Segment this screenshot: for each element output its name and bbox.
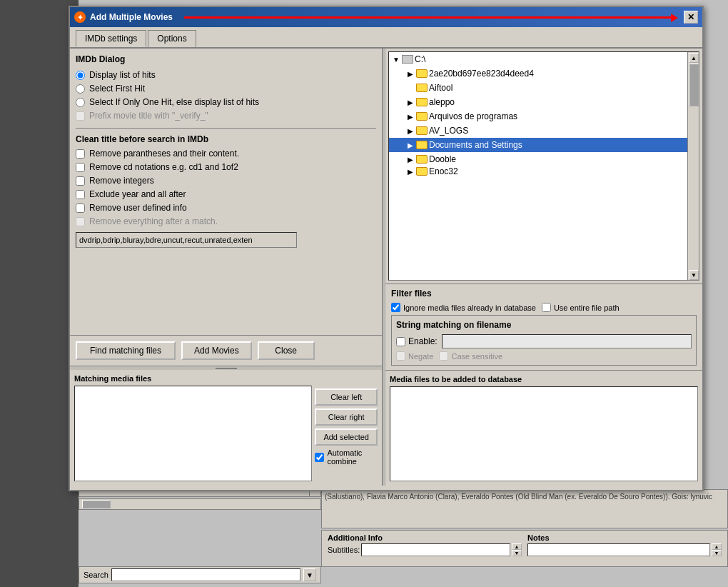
clear-right-button[interactable]: Clear right [315, 408, 378, 426]
dialog-close-button[interactable]: ✕ [684, 11, 698, 24]
cb-exclude-year-input[interactable] [76, 190, 85, 199]
item8-label: Enoc32 [429, 166, 458, 176]
fb-scroll-down[interactable]: ▼ [689, 270, 699, 280]
cb-remove-user-info-input[interactable] [76, 204, 85, 213]
cb-remove-integers[interactable]: Remove integers [76, 176, 376, 186]
search-dropdown[interactable]: ▼ [303, 568, 316, 581]
tree-item-3[interactable]: ▶ aleppo [389, 95, 699, 109]
notes-spin-down[interactable]: ▼ [712, 550, 722, 556]
cb-remove-user-info[interactable]: Remove user defined info [76, 203, 376, 213]
root-expand[interactable]: ▼ [392, 56, 400, 64]
tabs-bar: IMDb settings Options [70, 27, 702, 47]
dialog-titlebar: ✦ Add Multiple Movies ✕ [70, 7, 702, 27]
notes-field: Notes ▲ ▼ [527, 533, 722, 556]
notes-spinner[interactable]: ▲ ▼ [712, 543, 722, 556]
item6-label: Documents and Settings [429, 140, 522, 150]
notes-input-row: ▲ ▼ [527, 543, 722, 556]
enable-label[interactable]: Enable: [396, 336, 438, 346]
cb-exclude-year[interactable]: Exclude year and all after [76, 189, 376, 199]
folder-icon-2 [416, 84, 428, 92]
enable-text-input[interactable] [442, 334, 692, 348]
tree-item-2[interactable]: Aiftool [389, 81, 699, 95]
fb-scroll-up[interactable]: ▲ [689, 53, 699, 63]
tree-item-8[interactable]: ▶ Enoc32 [389, 166, 699, 176]
add-selected-button[interactable]: Add selected [315, 428, 378, 446]
item6-expand[interactable]: ▶ [406, 141, 415, 149]
ignore-media-text: Ignore media files already in database [403, 303, 536, 312]
item7-expand[interactable]: ▶ [406, 156, 415, 164]
file-browser[interactable]: ▼ C:\ ▶ 2ae20bd697ee823d4deed4 A [388, 51, 699, 281]
item1-expand[interactable]: ▶ [406, 70, 415, 78]
radio-select-first-input[interactable] [76, 84, 85, 94]
clear-left-button[interactable]: Clear left [315, 388, 378, 406]
subtitles-spin-down[interactable]: ▼ [512, 550, 522, 556]
subtitles-field: Additional Info Subtitles: ▲ ▼ [328, 533, 522, 556]
fb-scroll-thumb[interactable] [689, 64, 699, 106]
left-top-section: IMDb Dialog Display list of hits Select … [70, 49, 382, 335]
folder-icon-4 [416, 112, 428, 121]
subtitles-spinner[interactable]: ▲ ▼ [512, 543, 522, 556]
cb-remove-integers-input[interactable] [76, 176, 85, 186]
tab-imdb-settings[interactable]: IMDb settings [76, 30, 146, 47]
tree-item-7[interactable]: ▶ Dooble [389, 152, 699, 166]
item8-expand[interactable]: ▶ [406, 168, 415, 176]
use-entire-path-checkbox[interactable] [542, 303, 551, 312]
cb-remove-parens-label: Remove parantheses and their content. [89, 149, 239, 159]
cb-remove-cd[interactable]: Remove cd notations e.g. cd1 and 1of2 [76, 162, 376, 172]
tree-item-6-selected[interactable]: ▶ Documents and Settings [389, 138, 699, 152]
auto-combine-checkbox[interactable] [315, 453, 324, 462]
item3-expand[interactable]: ▶ [406, 99, 415, 106]
clean-title-title: Clean title before search in IMDb [76, 134, 376, 144]
cb-remove-parens-input[interactable] [76, 149, 85, 159]
notes-spin-up[interactable]: ▲ [712, 543, 722, 550]
radio-select-one-hit[interactable]: Select If Only One Hit, else display lis… [76, 97, 376, 107]
media-to-add-list [390, 386, 698, 481]
tree-root[interactable]: ▼ C:\ [389, 52, 699, 66]
media-to-add-title: Media files to be added to database [390, 375, 698, 383]
hscroll-thumb[interactable] [82, 500, 111, 508]
tree-item-4[interactable]: ▶ Arquivos de programas [389, 109, 699, 124]
left-sidebar [0, 0, 79, 587]
cb-exclude-year-label: Exclude year and all after [89, 189, 186, 199]
radio-display-list[interactable]: Display list of hits [76, 70, 376, 80]
subtitles-input[interactable] [361, 543, 510, 556]
subtitles-input-row: Subtitles: ▲ ▼ [328, 543, 522, 556]
item5-expand[interactable]: ▶ [406, 127, 415, 135]
radio-select-one-hit-input[interactable] [76, 98, 85, 107]
use-entire-path-text: Use entire file path [554, 303, 620, 312]
dialog-app-icon: ✦ [74, 11, 86, 23]
auto-combine-label[interactable]: Automaticcombine [315, 448, 378, 466]
item4-expand[interactable]: ▶ [406, 113, 415, 121]
user-defined-text-input[interactable] [76, 232, 297, 248]
add-movies-button[interactable]: Add Movies [181, 341, 252, 360]
media-to-add-section: Media files to be added to database [385, 370, 702, 486]
file-browser-scrollbar[interactable]: ▲ ▼ [687, 52, 699, 280]
close-button[interactable]: Close [258, 341, 315, 360]
cb-remove-after-match-label: Remove everything after a match. [89, 216, 218, 226]
notes-input[interactable] [527, 543, 710, 556]
movie-list-hscroll[interactable] [79, 498, 321, 510]
use-entire-path-label[interactable]: Use entire file path [542, 303, 620, 312]
tree-item-5[interactable]: ▶ AV_LOGS [389, 124, 699, 138]
cb-remove-after-match-input [76, 217, 85, 226]
ignore-media-checkbox[interactable] [391, 303, 400, 312]
cb-remove-parens[interactable]: Remove parantheses and their content. [76, 149, 376, 159]
resize-indicator [216, 368, 237, 369]
file-browser-wrapper: ▼ C:\ ▶ 2ae20bd697ee823d4deed4 A [385, 49, 702, 284]
radio-select-first[interactable]: Select First Hit [76, 84, 376, 94]
radio-display-list-input[interactable] [76, 71, 85, 80]
item7-label: Dooble [429, 154, 456, 164]
cb-remove-cd-input[interactable] [76, 163, 85, 172]
matching-files-title: Matching media files [74, 374, 378, 383]
subtitles-label: Subtitles: [328, 546, 360, 554]
ignore-media-label[interactable]: Ignore media files already in database [391, 303, 536, 312]
find-matching-button[interactable]: Find matching files [76, 341, 176, 360]
additional-info-label: Additional Info [328, 533, 522, 542]
tree-item-1[interactable]: ▶ 2ae20bd697ee823d4deed4 [389, 66, 699, 81]
item3-label: aleppo [429, 97, 455, 107]
tab-options[interactable]: Options [148, 30, 196, 47]
enable-checkbox[interactable] [396, 337, 405, 346]
search-input[interactable] [111, 568, 300, 581]
subtitles-spin-up[interactable]: ▲ [512, 543, 522, 550]
negate-label: Negate [396, 351, 433, 361]
